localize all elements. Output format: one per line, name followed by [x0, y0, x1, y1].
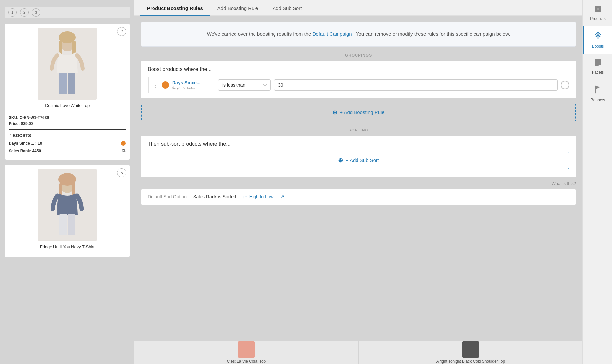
svg-rect-10	[59, 214, 67, 235]
panel-content: We've carried over the boosting results …	[134, 16, 582, 341]
sort-direction-label: High to Low	[249, 194, 274, 199]
bottom-product-2[interactable]: Alright Tonight Black Cold Shoulder Top	[359, 341, 582, 364]
tabs-container: Product Boosting Rules Add Boosting Rule…	[134, 0, 582, 16]
what-is-this[interactable]: What is this?	[141, 181, 576, 186]
rule-field-col: Days Since... days_since...	[172, 80, 215, 90]
boosts-section-1: ↑ BOOSTS Days Since ... : 10 Sales Rank:…	[9, 129, 126, 154]
rule-field-sub: days_since...	[172, 85, 215, 90]
svg-rect-16	[595, 59, 601, 61]
add-boosting-rule-icon: ⊕	[332, 109, 337, 116]
bottom-product-strip: C'est La Vie Coral Top Alright Tonight B…	[134, 341, 582, 364]
product-card-number-2: 6	[117, 168, 126, 177]
product-card-2: 6 Fringe Until You Navy T-Shirt	[5, 165, 130, 257]
rule-color-dot	[162, 81, 169, 89]
tab-add-boosting-rule[interactable]: Add Boosting Rule	[210, 0, 265, 16]
sorting-card-title: Then sub-sort products where the...	[148, 141, 569, 147]
groupings-label: GROUPINGS	[141, 53, 576, 58]
bottom-product-1[interactable]: C'est La Vie Coral Top	[134, 341, 358, 364]
info-banner-text-after: . You can remove or modify these rules f…	[353, 31, 510, 37]
rule-field-name: Days Since...	[172, 80, 215, 85]
sort-options-bar: Default Sort Option Sales Rank is Sorted…	[141, 189, 576, 205]
drag-handle-icon[interactable]: ⋮	[153, 81, 158, 89]
sidebar-products-label: Products	[590, 16, 605, 21]
sidebar-boosts-label: Boosts	[592, 44, 604, 49]
boosts-label-1: ↑ BOOSTS	[9, 132, 126, 138]
rule-operator-select[interactable]: is less than is greater than is equal to…	[218, 79, 271, 91]
sorting-label: SORTING	[141, 128, 576, 132]
product-card-number-1: 2	[117, 27, 126, 36]
add-sub-sort-label: + Add Sub Sort	[346, 157, 379, 163]
svg-rect-11	[68, 214, 75, 235]
sidebar-item-banners[interactable]: Banners	[583, 80, 612, 108]
default-sort-option: Default Sort Option	[148, 194, 187, 199]
sort-direction-icon: ↓↑	[243, 194, 247, 199]
info-banner: We've carried over the boosting results …	[141, 22, 576, 47]
sidebar-item-boosts[interactable]: Boosts	[583, 26, 612, 54]
svg-rect-14	[595, 9, 598, 12]
product-list: 1 2 3 2	[0, 0, 134, 364]
add-boosting-rule-button[interactable]: ⊕ + Add Boosting Rule	[141, 104, 576, 121]
sidebar-banners-label: Banners	[591, 98, 605, 102]
svg-rect-19	[595, 65, 599, 66]
nav-circle-1[interactable]: 1	[8, 8, 17, 17]
rule-value-input[interactable]	[274, 79, 558, 91]
grid-icon	[594, 5, 602, 14]
nav-circle-2[interactable]: 2	[20, 8, 29, 17]
flag-icon	[594, 85, 602, 96]
arrow-up-icon	[594, 31, 602, 42]
product-card-1: 2	[5, 24, 130, 160]
sort-icon: ⇅	[121, 148, 126, 154]
svg-rect-12	[595, 6, 598, 9]
sidebar-item-facets[interactable]: Facets	[583, 54, 612, 80]
svg-rect-4	[59, 73, 67, 94]
table-icon	[594, 59, 602, 68]
sorting-card: Then sub-sort products where the... ⊕ + …	[141, 136, 576, 177]
svg-rect-5	[68, 73, 75, 94]
sorted-label: Sales Rank is Sorted	[193, 194, 236, 199]
add-sub-sort-button[interactable]: ⊕ + Add Sub Sort	[148, 152, 569, 169]
nav-circle-3[interactable]: 3	[32, 8, 40, 17]
add-sub-sort-icon: ⊕	[338, 157, 343, 164]
right-sidebar: Products Boosts	[582, 0, 612, 364]
product-name-2: Fringe Until You Navy T-Shirt	[9, 244, 126, 249]
top-nav-strip: 1 2 3	[5, 7, 130, 18]
external-link-icon[interactable]: ↗	[280, 194, 284, 200]
boost-rule-row: ⋮ Days Since... days_since... is less th…	[148, 77, 569, 93]
product-image-1	[38, 28, 97, 100]
svg-rect-13	[598, 6, 601, 9]
info-banner-text-before: We've carried over the boosting results …	[207, 31, 311, 37]
add-boosting-rule-label: + Add Boosting Rule	[340, 110, 384, 115]
product-details-1: SKU: C-EN-W1-T7639 Price: $39.00 ↑ BOOST…	[9, 112, 126, 154]
product-price-1: Price: $39.00	[9, 121, 126, 126]
sidebar-facets-label: Facets	[592, 70, 604, 75]
groupings-card-title: Boost products where the...	[148, 66, 569, 72]
product-image-2	[38, 169, 97, 241]
tab-add-sub-sort[interactable]: Add Sub Sort	[265, 0, 309, 16]
sidebar-item-products[interactable]: Products	[583, 0, 612, 26]
svg-rect-18	[595, 63, 601, 65]
sales-rank-boost-row: Sales Rank: 4450 ⇅	[9, 148, 126, 154]
svg-rect-15	[598, 9, 601, 12]
orange-dot-indicator	[121, 141, 126, 146]
tab-product-boosting-rules[interactable]: Product Boosting Rules	[140, 0, 210, 16]
groupings-card: Boost products where the... ⋮ Days Since…	[141, 61, 576, 98]
default-campaign-link[interactable]: Default Campaign	[313, 31, 352, 37]
remove-rule-button[interactable]: −	[561, 81, 569, 89]
product-sku-1: SKU: C-EN-W1-T7639	[9, 115, 126, 120]
product-name-1: Cosmic Love White Top	[9, 103, 126, 108]
svg-rect-17	[595, 61, 601, 63]
days-since-boost-row: Days Since ... : 10	[9, 141, 126, 146]
sort-direction: ↓↑ High to Low	[243, 194, 274, 199]
